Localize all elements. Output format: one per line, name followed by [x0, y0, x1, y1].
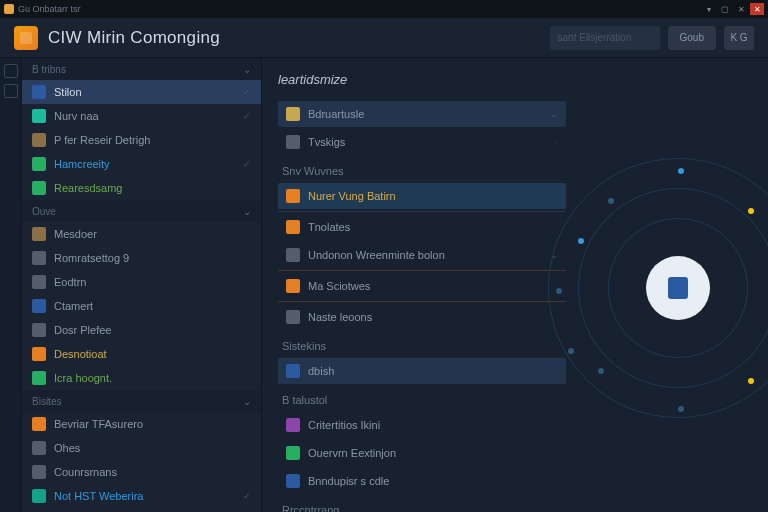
sidebar-item[interactable]: Ohes	[22, 436, 261, 460]
main-item[interactable]: Ma Sciotwes	[278, 273, 566, 299]
main-item-label: Nurer Vung Batirn	[308, 190, 396, 202]
sidebar-item[interactable]: Stilon✓	[22, 80, 261, 104]
main-item[interactable]: Naste leoons	[278, 304, 566, 330]
sidebar-item-label: Eodtrn	[54, 276, 86, 288]
item-icon	[286, 279, 300, 293]
sidebar-section-header[interactable]: Bisites⌄	[22, 390, 261, 412]
titlebar-text: Gu Onbatarr tsr	[18, 4, 81, 14]
window-maximize-icon[interactable]: ✕	[734, 3, 748, 15]
main-item-label: Ouervrn Eextinjon	[308, 447, 396, 459]
sidebar: B tribns⌄Stilon✓Nurv naa✓P fer Reseir De…	[22, 58, 262, 512]
search-placeholder: sant Elisjerration	[558, 32, 632, 43]
sidebar-item-label: Dosr Plefee	[54, 324, 111, 336]
app-title: CIW Mirin Comonging	[48, 28, 220, 48]
item-icon	[286, 189, 300, 203]
header: CIW Mirin Comonging sant Elisjerration G…	[0, 18, 768, 58]
main-item[interactable]: Undonon Wreenminte bolon⌄	[278, 242, 566, 268]
window-close-icon[interactable]: ✕	[750, 3, 764, 15]
window-minimize-icon[interactable]: ▢	[718, 3, 732, 15]
sidebar-item[interactable]: Bevriar TFAsurero	[22, 412, 261, 436]
sidebar-item[interactable]: Not HST Weberira✓	[22, 484, 261, 508]
main-item[interactable]: Nurer Vung Batirn	[278, 183, 566, 209]
chevron-icon: ✓	[243, 159, 251, 169]
sidebar-item[interactable]: Hamcreeity✓	[22, 152, 261, 176]
sidebar-item-label: Desnotioat	[54, 348, 107, 360]
item-icon	[286, 474, 300, 488]
item-icon	[32, 465, 46, 479]
main-item[interactable]: dbish	[278, 358, 566, 384]
main-item-label: Undonon Wreenminte bolon	[308, 249, 445, 261]
item-icon	[32, 133, 46, 147]
sidebar-section-header[interactable]: Ouve⌄	[22, 200, 261, 222]
network-visualization	[548, 158, 768, 418]
sidebar-item-label: Ctamert	[54, 300, 93, 312]
item-icon	[32, 227, 46, 241]
main-item-label: Critertitios Ikini	[308, 419, 380, 431]
sidebar-section-header[interactable]: B tribns⌄	[22, 58, 261, 80]
item-icon	[32, 299, 46, 313]
item-icon	[32, 181, 46, 195]
main-subheader: B talustol	[282, 394, 566, 406]
main-panel: leartidsmize Bdruartusle⌄Tvskigs·Snv Wuv…	[262, 58, 768, 512]
sidebar-item[interactable]: P fer Reseir Detrigh	[22, 128, 261, 152]
sidebar-item-label: Hamcreeity	[54, 158, 110, 170]
sidebar-item-label: Mesdoer	[54, 228, 97, 240]
app-icon	[14, 26, 38, 50]
main-item-label: Tvskigs	[308, 136, 345, 148]
window-menu-icon[interactable]: ▾	[702, 3, 716, 15]
sidebar-item-label: Nurv naa	[54, 110, 99, 122]
item-icon	[286, 418, 300, 432]
item-icon	[32, 489, 46, 503]
main-item[interactable]: Bnndupisr s cdle	[278, 468, 566, 494]
tab-column	[0, 58, 22, 512]
sidebar-item[interactable]: Eodtrn	[22, 270, 261, 294]
sidebar-item[interactable]: Romratsettog 9	[22, 246, 261, 270]
tab-icon-2[interactable]	[4, 84, 18, 98]
titlebar: Gu Onbatarr tsr ▾ ▢ ✕ ✕	[0, 0, 768, 18]
chevron-icon: ·	[555, 137, 558, 147]
sidebar-item[interactable]: Mesdoer	[22, 222, 261, 246]
sidebar-item-label: Counrsrnans	[54, 466, 117, 478]
item-icon	[32, 251, 46, 265]
header-button-1[interactable]: Goub	[668, 26, 716, 50]
tab-icon-1[interactable]	[4, 64, 18, 78]
main-subheader: Snv Wuvnes	[282, 165, 566, 177]
sidebar-item[interactable]: Counrsrnans	[22, 460, 261, 484]
sidebar-item-label: Romratsettog 9	[54, 252, 129, 264]
main-item-label: dbish	[308, 365, 334, 377]
item-icon	[32, 85, 46, 99]
sidebar-item-label: Not HST Weberira	[54, 490, 143, 502]
sidebar-item[interactable]: Desnotioat	[22, 342, 261, 366]
chevron-icon: ✓	[243, 111, 251, 121]
item-icon	[32, 323, 46, 337]
sidebar-item[interactable]: Ctamert	[22, 294, 261, 318]
sidebar-item-label: Stilon	[54, 86, 82, 98]
main-item[interactable]: Tvskigs·	[278, 129, 566, 155]
main-item[interactable]: Bdruartusle⌄	[278, 101, 566, 127]
search-input[interactable]: sant Elisjerration	[550, 26, 660, 50]
item-icon	[286, 107, 300, 121]
main-item[interactable]: Critertitios Ikini	[278, 412, 566, 438]
chevron-icon: ✓	[243, 491, 251, 501]
item-icon	[286, 248, 300, 262]
item-icon	[286, 364, 300, 378]
sidebar-item[interactable]: Icra hoognt.	[22, 366, 261, 390]
sidebar-item[interactable]: Nurv naa✓	[22, 104, 261, 128]
item-icon	[286, 446, 300, 460]
sidebar-item-label: Ohes	[54, 442, 80, 454]
chevron-icon: ✓	[243, 87, 251, 97]
chevron-icon: ⌄	[550, 109, 558, 119]
sidebar-item[interactable]: Ochert	[22, 508, 261, 512]
main-item[interactable]: Tnolates	[278, 214, 566, 240]
sidebar-item[interactable]: Dosr Plefee	[22, 318, 261, 342]
sidebar-item-label: Icra hoognt.	[54, 372, 112, 384]
main-item-label: Naste leoons	[308, 311, 372, 323]
sidebar-item-label: Bevriar TFAsurero	[54, 418, 143, 430]
sidebar-item[interactable]: Rearesdsamg	[22, 176, 261, 200]
main-item[interactable]: Ouervrn Eextinjon	[278, 440, 566, 466]
item-icon	[286, 135, 300, 149]
header-button-settings[interactable]: K G	[724, 26, 754, 50]
item-icon	[32, 157, 46, 171]
item-icon	[32, 347, 46, 361]
main-item-label: Bdruartusle	[308, 108, 364, 120]
